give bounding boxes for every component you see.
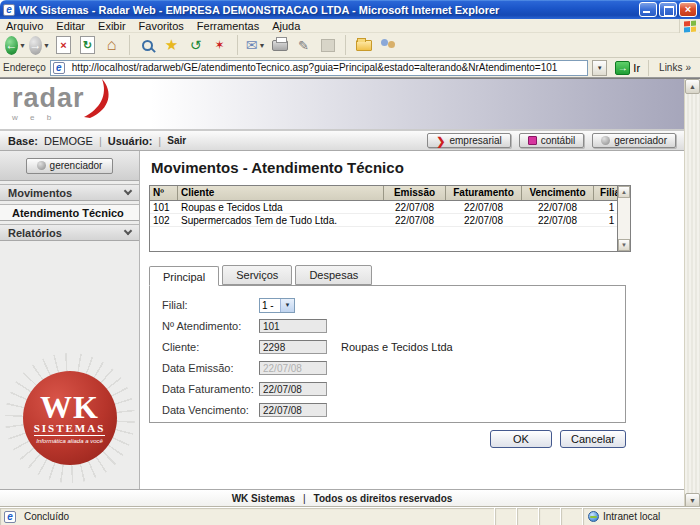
back-icon[interactable]: ←▼: [5, 35, 26, 56]
scroll-up-icon[interactable]: ▲: [618, 186, 630, 198]
chevron-down-icon: [124, 227, 132, 235]
home-icon[interactable]: ⌂: [101, 35, 122, 56]
ie-icon: e: [3, 4, 15, 16]
forward-icon[interactable]: →▼: [29, 35, 50, 56]
menu-favoritos[interactable]: Favoritos: [139, 20, 184, 32]
address-bar: Endereço e http://localhost/radarweb/GE/…: [0, 58, 700, 78]
chevron-down-icon: [124, 187, 132, 195]
radar-logo: radar w e b: [12, 85, 85, 122]
faturamento-field[interactable]: [259, 382, 327, 396]
contabil-icon: [528, 136, 537, 145]
contabil-button[interactable]: contábil: [519, 133, 584, 148]
minimize-button[interactable]: [639, 2, 657, 17]
tab-despesas[interactable]: Despesas: [295, 265, 372, 285]
session-bar: Base: DEMOGE | Usuário: | Sair ❯ empresa…: [0, 131, 684, 151]
scroll-up-icon[interactable]: ▲: [685, 79, 700, 94]
sidebar: gerenciador Movimentos Atendimento Técni…: [0, 151, 140, 489]
address-dropdown-icon[interactable]: ▼: [592, 60, 607, 76]
table-row[interactable]: 101 Roupas e Tecidos Ltda 22/07/08 22/07…: [150, 201, 630, 214]
close-button[interactable]: ×: [679, 2, 697, 17]
media-icon[interactable]: ✶: [209, 35, 230, 56]
menu-ajuda[interactable]: Ajuda: [272, 20, 300, 32]
ok-button[interactable]: OK: [490, 430, 552, 448]
vencimento-label: Data Vencimento:: [162, 404, 259, 416]
messenger-icon[interactable]: [377, 35, 398, 56]
table-scrollbar[interactable]: ▲ ▼: [617, 186, 630, 251]
title-bar: e WK Sistemas - Radar Web - EMPRESA DEMO…: [0, 0, 700, 19]
search-icon[interactable]: [137, 35, 158, 56]
table-row[interactable]: 102 Supermercados Tem de Tudo Ltda. 22/0…: [150, 214, 630, 227]
atendimento-field[interactable]: [259, 319, 327, 333]
cancel-button[interactable]: Cancelar: [560, 430, 626, 448]
col-emissao: Emissão: [384, 186, 446, 200]
links-menu[interactable]: Links »: [648, 60, 697, 76]
refresh-icon[interactable]: ↻: [77, 35, 98, 56]
footer-company: WK Sistemas: [232, 493, 295, 504]
radar-logo-text: radar: [12, 83, 85, 113]
windows-logo: [679, 19, 699, 33]
empresarial-button[interactable]: ❯ empresarial: [427, 133, 510, 148]
discuss-icon[interactable]: [317, 35, 338, 56]
col-numero: Nº: [150, 186, 178, 200]
status-bar: e Concluído Intranet local: [0, 507, 700, 525]
status-text: Concluído: [24, 511, 69, 522]
browser-window: e WK Sistemas - Radar Web - EMPRESA DEMO…: [0, 0, 700, 525]
menu-exibir[interactable]: Exibir: [98, 20, 126, 32]
status-page-icon: e: [4, 511, 16, 523]
gerenciador-button[interactable]: gerenciador: [592, 133, 676, 148]
go-button[interactable]: → Ir: [611, 60, 644, 76]
cliente-label: Cliente:: [162, 341, 259, 353]
address-label: Endereço: [3, 62, 46, 73]
stop-icon[interactable]: ×: [53, 35, 74, 56]
sidebar-item-movimentos[interactable]: Movimentos: [0, 184, 139, 201]
cliente-code-field[interactable]: [259, 340, 327, 354]
sidebar-item-atendimento-tecnico[interactable]: Atendimento Técnico: [0, 204, 139, 221]
restore-button[interactable]: [659, 2, 677, 17]
tab-principal[interactable]: Principal: [149, 266, 219, 286]
folder-icon[interactable]: [353, 35, 374, 56]
web-page: radar w e b Base: DEMOGE | Usuário: |: [0, 79, 684, 508]
mail-icon[interactable]: ✉▼: [245, 35, 266, 56]
sidebar-panel: WK SISTEMAS Informática aliada a você: [0, 244, 139, 489]
menu-arquivo[interactable]: Arquivo: [6, 20, 43, 32]
menu-editar[interactable]: Editar: [56, 20, 85, 32]
logout-link[interactable]: Sair: [167, 135, 186, 146]
menu-bar: Arquivo Editar Exibir Favoritos Ferramen…: [0, 19, 700, 33]
filial-select[interactable]: 1 - ▼: [259, 298, 295, 313]
sidebar-item-relatorios[interactable]: Relatórios: [0, 224, 139, 241]
tab-servicos[interactable]: Serviços: [222, 265, 292, 285]
atendimento-label: Nº Atendimento:: [162, 320, 259, 332]
table-header-row: Nº Cliente Emissão Faturamento Venciment…: [150, 186, 630, 201]
faturamento-label: Data Faturamento:: [162, 383, 259, 395]
history-icon[interactable]: ↺: [185, 35, 206, 56]
menu-ferramentas[interactable]: Ferramentas: [197, 20, 259, 32]
sidebar-gerenciador-button[interactable]: gerenciador: [26, 158, 114, 174]
intranet-label: Intranet local: [603, 511, 660, 522]
gerenciador-icon: [37, 161, 46, 170]
window-title: WK Sistemas - Radar Web - EMPRESA DEMONS…: [19, 4, 637, 16]
print-icon[interactable]: [269, 35, 290, 56]
scroll-down-icon[interactable]: ▼: [618, 239, 630, 251]
select-dropdown-icon[interactable]: ▼: [280, 299, 294, 312]
atendimentos-table: Nº Cliente Emissão Faturamento Venciment…: [149, 185, 631, 252]
vencimento-field[interactable]: [259, 403, 327, 417]
edit-icon[interactable]: ✎: [293, 35, 314, 56]
status-left: e Concluído: [0, 508, 494, 525]
address-input[interactable]: e http://localhost/radarweb/GE/atendimen…: [50, 60, 589, 76]
go-arrow-icon: →: [615, 61, 630, 75]
emissao-label: Data Emissão:: [162, 362, 259, 374]
scroll-down-icon[interactable]: ▼: [685, 493, 700, 508]
url-page-icon: e: [53, 62, 65, 74]
favorites-icon[interactable]: ★: [161, 35, 182, 56]
radar-swoosh-icon: [80, 79, 114, 119]
wk-ball: WK SISTEMAS Informática aliada a você: [23, 371, 117, 465]
cliente-name: Roupas e Tecidos Ltda: [341, 341, 453, 353]
page-title: Movimentos - Atendimento Técnico: [151, 159, 684, 176]
brand-header: radar w e b: [0, 79, 684, 131]
browser-scrollbar[interactable]: ▲ ▼: [684, 79, 700, 508]
page-body: gerenciador Movimentos Atendimento Técni…: [0, 151, 684, 489]
base-value: DEMOGE: [44, 135, 93, 147]
footer-rights: Todos os direitos reservados: [314, 493, 453, 504]
empresarial-swoosh-icon: ❯: [436, 136, 445, 146]
col-vencimento: Vencimento: [522, 186, 594, 200]
